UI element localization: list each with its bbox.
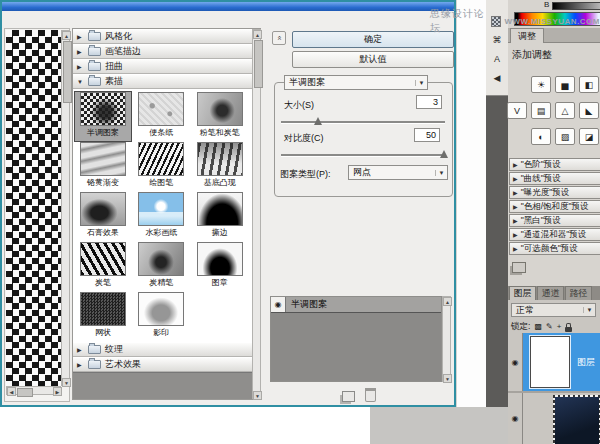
brush-panel-icon[interactable]: ✿: [490, 14, 505, 27]
scroll-down-icon[interactable]: ▼: [62, 378, 71, 387]
scroll-down-icon[interactable]: ▼: [443, 374, 452, 383]
photo-filter-icon[interactable]: ◐: [531, 128, 551, 145]
layer-thumbnail[interactable]: [553, 395, 600, 444]
levels-icon[interactable]: ▅: [555, 76, 575, 93]
filter-thumb-water-paper[interactable]: 水彩画纸: [133, 192, 189, 241]
filter-thumb-chrome[interactable]: 铬黄渐变: [75, 142, 131, 191]
collapse-thumbnails-button[interactable]: «: [272, 31, 286, 45]
layer-row-selected[interactable]: ◉ 图层: [508, 333, 600, 391]
category-texture[interactable]: ▶ 纹理: [73, 342, 252, 357]
curves-icon[interactable]: ◧: [579, 76, 599, 93]
size-slider[interactable]: [281, 121, 445, 124]
delete-effect-layer-icon[interactable]: [365, 388, 376, 402]
filter-thumb-halftone-pattern[interactable]: 半调图案: [75, 92, 131, 141]
filter-thumb-label: 影印: [153, 327, 169, 338]
category-distort[interactable]: ▶ 扭曲: [73, 59, 252, 74]
filter-thumb-note-paper[interactable]: 便条纸: [133, 92, 189, 141]
ok-button[interactable]: 确定: [292, 31, 454, 48]
preset-levels[interactable]: ▶ "色阶"预设: [509, 158, 600, 171]
filter-thumb-torn-edges[interactable]: 撕边: [192, 192, 248, 241]
default-button[interactable]: 默认值: [292, 51, 454, 68]
visibility-eye-icon[interactable]: ◉: [271, 297, 286, 312]
size-slider-thumb[interactable]: [314, 117, 322, 125]
invert-icon[interactable]: ◪: [579, 128, 599, 145]
preset-exposure[interactable]: ▶ "曝光度"预设: [509, 186, 600, 199]
effect-list-scrollbar[interactable]: ▲ ▼: [442, 296, 451, 382]
brightness-contrast-icon[interactable]: ☀: [531, 76, 551, 93]
tab-channels[interactable]: 通道: [537, 286, 564, 300]
layer-thumbnail[interactable]: [530, 336, 570, 388]
expander-icon: ▶: [77, 361, 84, 368]
filter-thumb-chalk-charcoal[interactable]: 粉笔和炭笔: [192, 92, 248, 141]
new-preset-icon[interactable]: [512, 262, 526, 273]
tab-layers[interactable]: 图层: [509, 286, 536, 300]
category-sketch[interactable]: ▼ 素描: [73, 74, 252, 89]
category-label: 纹理: [105, 343, 123, 356]
color-b-slider[interactable]: [552, 2, 600, 10]
channel-mixer-icon[interactable]: ▨: [555, 128, 575, 145]
contrast-slider-thumb[interactable]: [440, 150, 448, 158]
preview-vertical-scrollbar[interactable]: ▲ ▼: [61, 30, 70, 386]
blend-mode-value: 正常: [512, 304, 583, 317]
tab-adjustments[interactable]: 调整: [510, 28, 544, 43]
filter-list-scrollbar[interactable]: ▲ ▼: [252, 29, 261, 399]
filter-thumb-stamp[interactable]: 图章: [192, 242, 248, 291]
scroll-up-icon[interactable]: ▲: [62, 31, 71, 40]
color-b-slider-label: B: [544, 0, 549, 9]
filter-thumb-label: 撕边: [212, 227, 228, 238]
preset-selective-color[interactable]: ▶ "可选颜色"预设: [509, 242, 600, 255]
scrollbar-thumb[interactable]: [17, 388, 33, 397]
filter-thumb-plaster[interactable]: 石膏效果: [75, 192, 131, 241]
character-panel-icon[interactable]: A: [490, 52, 505, 65]
filter-select-dropdown[interactable]: 半调图案 ▼: [284, 75, 428, 90]
color-spectrum-ramp[interactable]: [514, 12, 600, 26]
tab-paths[interactable]: 路径: [565, 286, 592, 300]
dialog-titlebar[interactable]: [2, 2, 454, 11]
layer-row-background[interactable]: ◉: [508, 393, 600, 444]
lock-move-icon[interactable]: +: [557, 323, 562, 331]
effect-layer-row[interactable]: ◉ 半调图案: [271, 297, 441, 313]
preset-hue-saturation[interactable]: ▶ "色相/饱和度"预设: [509, 200, 600, 213]
filter-thumb-bas-relief[interactable]: 基底凸现: [192, 142, 248, 191]
size-value-field[interactable]: 3: [416, 95, 442, 109]
filter-thumb-photocopy[interactable]: 影印: [133, 292, 189, 341]
category-artistic[interactable]: ▶ 艺术效果: [73, 357, 252, 372]
lock-all-icon[interactable]: [565, 327, 572, 332]
filter-thumb-label: 粉笔和炭笔: [200, 127, 240, 138]
category-label: 画笔描边: [105, 45, 141, 58]
scrollbar-thumb[interactable]: [63, 41, 72, 103]
filter-thumb-graphic-pen[interactable]: 绘图笔: [133, 142, 189, 191]
filter-thumb-conte-crayon[interactable]: 炭精笔: [133, 242, 189, 291]
scroll-left-icon[interactable]: ◀: [7, 387, 16, 396]
visibility-eye-icon[interactable]: ◉: [508, 333, 523, 391]
color-balance-icon[interactable]: △: [555, 102, 575, 119]
preset-curves[interactable]: ▶ "曲线"预设: [509, 172, 600, 185]
scroll-up-icon[interactable]: ▲: [253, 30, 262, 39]
preview-horizontal-scrollbar[interactable]: ◀ ▶: [6, 386, 61, 395]
scroll-up-icon[interactable]: ▲: [443, 297, 452, 306]
lock-transparency-icon[interactable]: ▩: [534, 323, 542, 331]
preset-channel-mixer[interactable]: ▶ "通道混和器"预设: [509, 228, 600, 241]
notes-panel-icon[interactable]: ◀: [490, 71, 505, 84]
lock-paint-icon[interactable]: ✎: [546, 323, 553, 331]
category-brush-strokes[interactable]: ▶ 画笔描边: [73, 44, 252, 59]
pattern-type-dropdown[interactable]: 网点 ▼: [348, 165, 448, 180]
scroll-right-icon[interactable]: ▶: [53, 387, 62, 396]
filter-thumb-image: [197, 92, 243, 126]
filter-thumb-reticulation[interactable]: 网状: [75, 292, 131, 341]
category-stylize[interactable]: ▶ 风格化: [73, 29, 252, 44]
visibility-eye-icon[interactable]: ◉: [508, 393, 523, 444]
preview-checkerboard[interactable]: [6, 30, 61, 386]
hue-saturation-icon[interactable]: ▤: [531, 102, 551, 119]
contrast-slider[interactable]: [281, 154, 445, 157]
blend-mode-dropdown[interactable]: 正常 ▼: [511, 303, 596, 317]
vibrance-icon[interactable]: V: [507, 102, 527, 119]
black-white-icon[interactable]: ◣: [579, 102, 599, 119]
scrollbar-thumb[interactable]: [254, 40, 263, 88]
clone-source-panel-icon[interactable]: ⌘: [490, 33, 505, 46]
contrast-value-field[interactable]: 50: [414, 128, 440, 142]
filter-thumb-charcoal[interactable]: 炭笔: [75, 242, 131, 291]
new-effect-layer-icon[interactable]: [342, 391, 355, 402]
scroll-down-icon[interactable]: ▼: [253, 391, 262, 400]
preset-black-white[interactable]: ▶ "黑白"预设: [509, 214, 600, 227]
